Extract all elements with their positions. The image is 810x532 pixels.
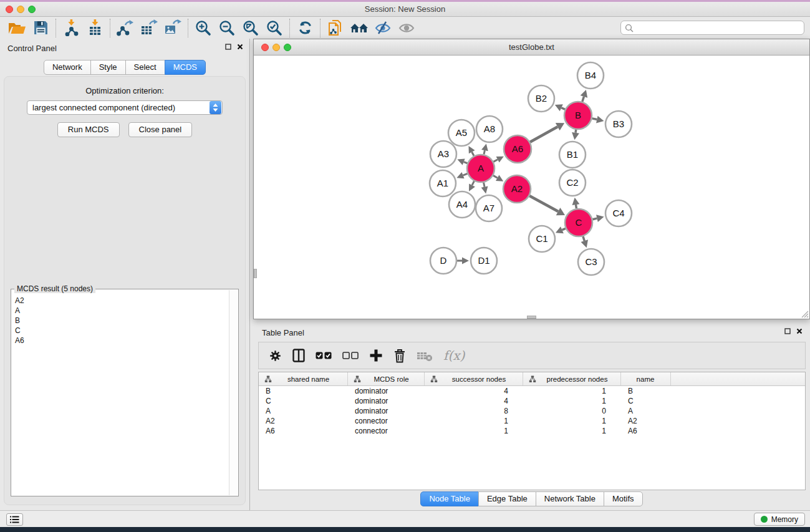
- tab-network-table[interactable]: Network Table: [536, 491, 604, 506]
- close-panel-button[interactable]: Close panel: [128, 122, 193, 137]
- import-table-button[interactable]: [83, 18, 107, 38]
- tab-node-table[interactable]: Node Table: [420, 491, 479, 506]
- mcds-result-item[interactable]: B: [15, 316, 228, 326]
- task-history-button[interactable]: [6, 513, 23, 526]
- new-network-from-selection-button[interactable]: [324, 18, 347, 38]
- table-cell: 1: [523, 417, 621, 425]
- refresh-button[interactable]: [293, 18, 317, 38]
- graph-edge[interactable]: [582, 97, 584, 102]
- table-cell: 1: [523, 387, 621, 395]
- mcds-result-list[interactable]: A2ABCA6: [12, 293, 228, 495]
- graph-edge[interactable]: [561, 108, 565, 110]
- graph-edge[interactable]: [576, 130, 576, 133]
- table-row[interactable]: Bdominator41B: [259, 386, 805, 396]
- column-header-name[interactable]: name: [621, 372, 671, 385]
- node-table[interactable]: shared nameMCDS rolesuccessor nodesprede…: [258, 372, 806, 490]
- graph-edge-arrowhead: [581, 90, 587, 98]
- graph-edge[interactable]: [576, 205, 576, 208]
- memory-status-dot: [761, 516, 768, 523]
- home-button[interactable]: [347, 18, 371, 38]
- zoom-fit-icon: [243, 20, 259, 36]
- criterion-select[interactable]: largest connected component (directed): [27, 100, 223, 115]
- graph-edge[interactable]: [464, 162, 468, 163]
- table-row[interactable]: A6connector11A6: [259, 426, 805, 436]
- run-mcds-button[interactable]: Run MCDS: [57, 122, 120, 137]
- open-session-button[interactable]: [5, 18, 29, 38]
- zoom-fit-button[interactable]: [239, 18, 263, 38]
- mcds-result-item[interactable]: A: [15, 306, 228, 316]
- delete-table-icon[interactable]: [417, 350, 433, 362]
- column-header-shared-name[interactable]: shared name: [259, 372, 348, 385]
- add-column-icon[interactable]: [369, 349, 383, 362]
- column-header-successor-nodes[interactable]: successor nodes: [425, 372, 523, 385]
- network-view-window: testGlobe.txt B4B2BB3A5A8A6B1A3AC2A1A2A4…: [253, 39, 810, 319]
- table-row[interactable]: Adominator80A: [259, 406, 805, 416]
- table-row[interactable]: Cdominator41C: [259, 396, 805, 406]
- graph-edge[interactable]: [484, 183, 485, 187]
- graph-node-label: B3: [613, 118, 624, 129]
- mcds-result-item[interactable]: A2: [15, 296, 228, 306]
- tab-network[interactable]: Network: [44, 60, 91, 75]
- zoom-out-button[interactable]: [215, 18, 239, 38]
- search-input[interactable]: [636, 24, 800, 32]
- result-scrollbar[interactable]: [229, 290, 238, 495]
- import-network-button[interactable]: [59, 18, 83, 38]
- network-window-title: testGlobe.txt: [254, 42, 809, 52]
- export-network-button[interactable]: [113, 18, 137, 38]
- graph-edge[interactable]: [592, 118, 597, 120]
- table-cell: 1: [523, 397, 621, 405]
- tab-select[interactable]: Select: [125, 60, 165, 75]
- graph-edge[interactable]: [592, 218, 597, 220]
- search-icon: [625, 24, 634, 32]
- export-image-button[interactable]: [161, 18, 185, 38]
- vertical-scroll-thumb[interactable]: [254, 269, 257, 278]
- float-panel-icon[interactable]: [225, 44, 231, 50]
- close-panel-icon[interactable]: [796, 328, 803, 334]
- tab-edge-table[interactable]: Edge Table: [478, 491, 536, 506]
- mcds-result-item[interactable]: C: [15, 326, 228, 336]
- zoom-in-button[interactable]: [191, 18, 215, 38]
- graph-node-label: A7: [483, 203, 494, 213]
- tab-mcds[interactable]: MCDS: [165, 60, 206, 75]
- graph-edge[interactable]: [493, 160, 498, 162]
- zoom-selected-button[interactable]: [263, 18, 286, 38]
- graph-node-label: A2: [511, 183, 523, 194]
- resize-grip-icon[interactable]: [800, 309, 809, 318]
- main-toolbar: [0, 17, 810, 39]
- deselect-all-icon[interactable]: [342, 352, 359, 360]
- graph-edge[interactable]: [530, 127, 557, 142]
- graph-edge[interactable]: [463, 173, 468, 175]
- table-row[interactable]: A2connector11A2: [259, 416, 805, 426]
- network-canvas[interactable]: B4B2BB3A5A8A6B1A3AC2A1A2A4A7C4CC1DD1C3: [254, 56, 809, 319]
- column-header-predecessor-nodes[interactable]: predecessor nodes: [523, 372, 621, 385]
- function-builder-icon[interactable]: f(x): [443, 348, 465, 363]
- export-table-button[interactable]: [137, 18, 161, 38]
- delete-column-trash-icon[interactable]: [393, 349, 406, 363]
- graph-edge[interactable]: [484, 150, 485, 154]
- graph-node-label: D: [440, 255, 447, 266]
- save-session-button[interactable]: [29, 18, 52, 38]
- network-window-titlebar[interactable]: testGlobe.txt: [254, 39, 809, 56]
- column-header-MCDS-role[interactable]: MCDS role: [348, 372, 425, 385]
- graph-edge[interactable]: [472, 181, 474, 185]
- float-panel-icon[interactable]: [784, 328, 791, 334]
- memory-button[interactable]: Memory: [754, 513, 805, 526]
- graph-edge[interactable]: [493, 175, 498, 178]
- tab-style[interactable]: Style: [90, 60, 126, 75]
- graph-edge[interactable]: [472, 152, 474, 156]
- eye-slash-icon: [374, 21, 392, 36]
- hide-panels-button[interactable]: [371, 18, 395, 38]
- horizontal-scroll-thumb[interactable]: [527, 316, 536, 319]
- table-settings-gear-icon[interactable]: [269, 349, 282, 362]
- show-panels-button[interactable]: [395, 18, 418, 38]
- graph-edge[interactable]: [529, 196, 558, 211]
- zoom-in-icon: [195, 20, 211, 36]
- graph-edge[interactable]: [583, 236, 584, 241]
- close-panel-icon[interactable]: [237, 44, 243, 50]
- mcds-result-item[interactable]: A6: [15, 336, 228, 346]
- tab-motifs[interactable]: Motifs: [604, 491, 643, 506]
- show-columns-icon[interactable]: [292, 349, 305, 362]
- select-all-icon[interactable]: [316, 352, 332, 360]
- graph-node-label: A5: [456, 127, 467, 138]
- graph-edge[interactable]: [562, 228, 565, 230]
